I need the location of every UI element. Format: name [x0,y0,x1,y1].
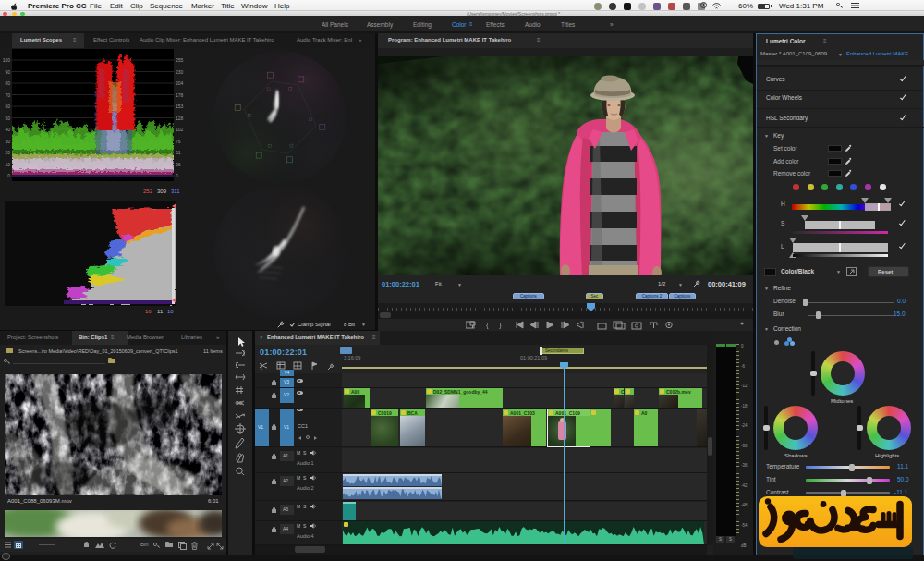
svg-text:}: } [499,321,502,329]
svg-text:{: { [486,321,489,329]
